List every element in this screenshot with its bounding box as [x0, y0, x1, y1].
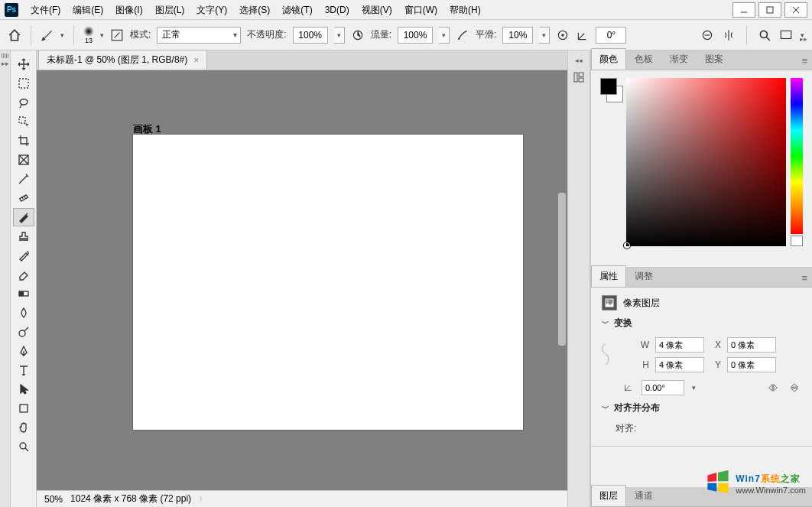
lasso-tool[interactable] [13, 93, 34, 112]
smooth-settings-icon[interactable] [556, 28, 570, 42]
vertical-scrollbar[interactable] [558, 193, 566, 346]
mode-select[interactable]: 正常 [157, 27, 241, 44]
pressure-size-icon[interactable] [700, 28, 714, 42]
type-tool[interactable] [13, 361, 34, 379]
menu-image[interactable]: 图像(I) [109, 0, 148, 20]
flow-dd[interactable]: ▾ [439, 27, 450, 44]
foreground-swatch[interactable] [600, 78, 617, 95]
airbrush-icon[interactable] [456, 28, 469, 42]
color-picker-ring[interactable] [624, 242, 630, 249]
canvas-area[interactable]: 画板 1 [37, 70, 567, 490]
svg-point-6 [458, 37, 460, 39]
pixel-layer-icon [602, 295, 617, 310]
document-tab[interactable]: 未标题-1 @ 50% (图层 1, RGB/8#) × [38, 50, 207, 70]
x-label: X [710, 340, 721, 350]
height-input[interactable]: 4 像素 [655, 357, 704, 372]
tab-layers[interactable]: 图层 [591, 485, 626, 506]
menu-file[interactable]: 文件(F) [24, 0, 67, 20]
width-input[interactable]: 4 像素 [655, 337, 704, 353]
window-close[interactable] [784, 2, 807, 18]
flip-h-icon[interactable] [766, 381, 780, 395]
menu-window[interactable]: 窗口(W) [398, 0, 443, 20]
collapse-panels-icon[interactable]: ▸▸ [800, 35, 807, 43]
artboard[interactable] [133, 135, 523, 430]
gradient-tool[interactable] [13, 284, 34, 303]
search-icon[interactable] [758, 28, 771, 42]
menu-edit[interactable]: 编辑(E) [67, 0, 109, 20]
menu-help[interactable]: 帮助(H) [443, 0, 487, 20]
path-select-tool[interactable] [13, 380, 34, 398]
zoom-tool[interactable] [13, 437, 34, 456]
svg-rect-13 [19, 79, 28, 88]
tab-color[interactable]: 颜色 [591, 48, 626, 70]
tab-patterns[interactable]: 图案 [697, 48, 732, 70]
angle-input[interactable]: 0° [596, 27, 626, 44]
panel-menu-icon[interactable]: ≡ [801, 55, 807, 67]
brush-panel-icon[interactable] [110, 28, 124, 42]
frame-tool[interactable] [13, 151, 34, 169]
smooth-dd[interactable]: ▾ [539, 27, 550, 44]
zoom-value[interactable]: 50% [44, 494, 63, 505]
menu-filter[interactable]: 滤镜(T) [276, 0, 318, 20]
color-field[interactable] [626, 78, 786, 246]
hue-readout[interactable] [791, 236, 803, 246]
menu-type[interactable]: 文字(Y) [190, 0, 233, 20]
tab-properties[interactable]: 属性 [591, 265, 626, 287]
crop-tool[interactable] [13, 132, 34, 150]
brush-tool-icon[interactable] [41, 28, 54, 42]
flow-input[interactable]: 100% [398, 27, 433, 44]
eyedropper-tool[interactable] [13, 170, 34, 188]
link-wh-icon[interactable] [602, 343, 612, 368]
menu-select[interactable]: 选择(S) [233, 0, 276, 20]
collapse-left-icon[interactable]: ▸▸ [2, 60, 9, 67]
align-header[interactable]: ﹀对齐并分布 [602, 401, 801, 414]
pressure-opacity-icon[interactable] [351, 28, 365, 42]
tab-adjustments[interactable]: 调整 [626, 265, 661, 287]
collapse-right-icon[interactable]: ◂◂ [575, 57, 583, 64]
fg-bg-swatches[interactable] [600, 78, 622, 261]
opacity-dd[interactable]: ▾ [334, 27, 345, 44]
rotation-dd[interactable]: ▾ [692, 384, 696, 392]
tab-swatches[interactable]: 色板 [626, 48, 661, 70]
blur-tool[interactable] [13, 304, 34, 322]
opacity-label: 不透明度: [247, 28, 286, 41]
window-maximize[interactable] [758, 2, 781, 18]
opacity-input[interactable]: 100% [293, 27, 328, 44]
angle-icon [576, 28, 590, 42]
screenmode-icon[interactable] [779, 28, 793, 42]
tab-gradients[interactable]: 渐变 [661, 48, 697, 70]
home-icon[interactable] [8, 28, 21, 42]
status-chevron-icon[interactable]: 〉 [199, 494, 206, 505]
y-input[interactable]: 0 像素 [727, 357, 776, 372]
rotation-input[interactable]: 0.00° [641, 380, 684, 395]
panel-shortcut-icon[interactable] [570, 69, 587, 86]
hand-tool[interactable] [13, 418, 34, 437]
stamp-tool[interactable] [13, 227, 34, 245]
pen-tool[interactable] [13, 342, 34, 360]
move-tool[interactable] [13, 55, 34, 73]
grip-icon[interactable] [2, 54, 9, 58]
menu-view[interactable]: 视图(V) [356, 0, 398, 20]
tab-channels[interactable]: 通道 [626, 485, 661, 506]
history-brush-tool[interactable] [13, 246, 34, 265]
heal-tool[interactable] [13, 189, 34, 207]
eraser-tool[interactable] [13, 265, 34, 284]
panel-menu-icon[interactable]: ≡ [801, 272, 807, 284]
quick-select-tool[interactable] [13, 112, 34, 131]
close-tab-icon[interactable]: × [193, 55, 199, 66]
flip-v-icon[interactable] [788, 381, 801, 395]
marquee-tool[interactable] [13, 74, 34, 93]
window-minimize[interactable] [732, 2, 755, 18]
brush-preset[interactable]: 13 [83, 26, 94, 44]
hue-slider[interactable] [791, 78, 803, 234]
transform-header[interactable]: ﹀变换 [602, 317, 801, 330]
dodge-tool[interactable] [13, 323, 34, 341]
brush-tool[interactable] [13, 208, 34, 226]
shape-tool[interactable] [13, 399, 34, 418]
menu-layer[interactable]: 图层(L) [149, 0, 191, 20]
x-input[interactable]: 0 像素 [727, 337, 776, 353]
symmetry-icon[interactable] [722, 28, 736, 42]
svg-rect-27 [579, 78, 583, 82]
menu-3d[interactable]: 3D(D) [319, 0, 356, 20]
smooth-input[interactable]: 10% [502, 27, 533, 44]
